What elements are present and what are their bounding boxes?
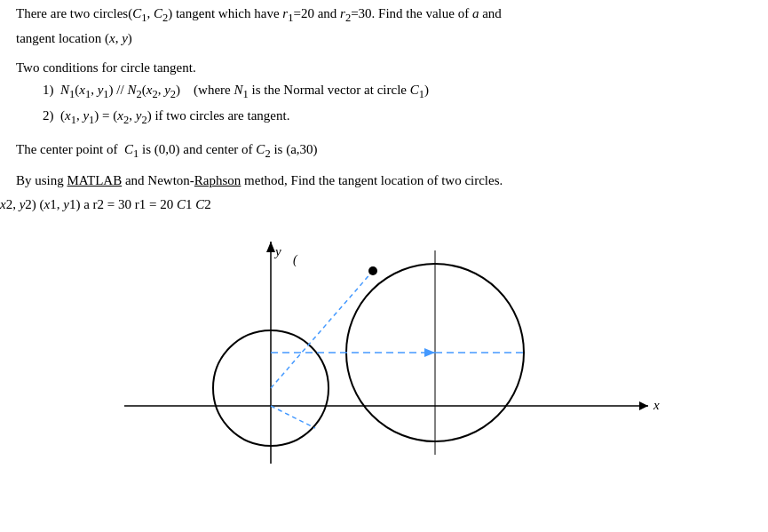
center-info: The center point of C1 is (0,0) and cent…: [16, 142, 752, 161]
main-content: There are two circles(C1, C2) tangent wh…: [0, 0, 768, 188]
x2y2-label: (: [293, 253, 298, 267]
svg-point-12: [368, 266, 377, 275]
conditions-title: Two conditions for circle tangent.: [16, 60, 752, 75]
header-line2: tangent location (x, y): [16, 28, 752, 49]
condition-2: 2) (x1, y1) = (x2, y2) if two circles ar…: [43, 105, 752, 130]
svg-marker-8: [424, 348, 435, 357]
diagram: x y (x2, y2) (x1, y1) a r2 = 30 r1: [0, 197, 768, 472]
condition-1: 1) N1(x1, y1) // N2(x2, y2) (where N1 is…: [43, 79, 752, 104]
diagram-svg: x y (: [0, 197, 768, 472]
svg-marker-5: [266, 242, 275, 252]
svg-marker-3: [639, 401, 648, 410]
svg-line-10: [271, 406, 315, 428]
svg-line-11: [271, 271, 373, 388]
y-axis-label: y: [273, 244, 281, 258]
header-line1: There are two circles(C1, C2) tangent wh…: [16, 4, 752, 27]
x-axis-label: x: [653, 398, 660, 412]
conditions-block: Two conditions for circle tangent. 1) N1…: [16, 60, 752, 130]
matlab-line: By using MATLAB and Newton-Raphson metho…: [16, 173, 752, 188]
